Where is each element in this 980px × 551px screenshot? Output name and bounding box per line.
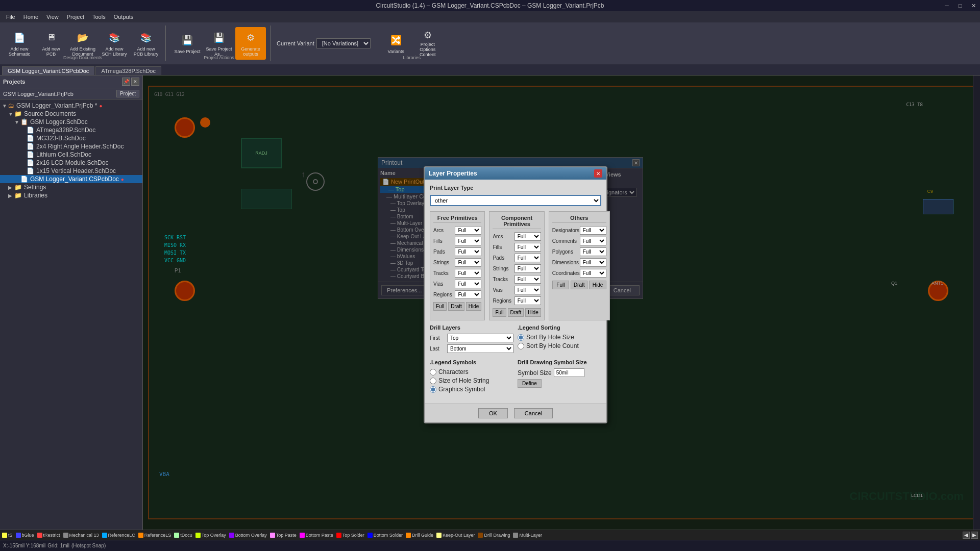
tree-item-project[interactable]: ▼ 🗂 GSM Logger_Variant.PrjPcb * ●: [0, 102, 142, 110]
tracks-free-select[interactable]: FullDraftHide: [455, 269, 481, 278]
sidebar-pin-button[interactable]: 📌: [122, 78, 130, 86]
layer-drill-drawing[interactable]: Drill Drawing: [478, 533, 510, 538]
tree-item-header[interactable]: 📄 2x4 Right Angle Header.SchDoc: [0, 142, 142, 151]
menu-file[interactable]: File: [2, 13, 19, 21]
layer-bottom-paste[interactable]: Bottom Paste: [300, 533, 333, 538]
dialog-cancel-button[interactable]: Cancel: [514, 408, 553, 418]
strings-free-select[interactable]: FullDraftHide: [455, 258, 481, 267]
tree-item-vertical-header[interactable]: 📄 1x15 Vertical Header.SchDoc: [0, 167, 142, 175]
sch-file-icon2: 📄: [27, 135, 34, 142]
free-full-button[interactable]: Full: [433, 302, 447, 311]
menu-project[interactable]: Project: [63, 13, 88, 21]
tab-schdoc[interactable]: ATmega328P.SchDoc: [95, 66, 161, 75]
define-button[interactable]: Define: [518, 379, 542, 388]
regions-free-select[interactable]: FullDraftHide: [455, 290, 481, 299]
hole-string-radio[interactable]: [430, 378, 436, 384]
characters-radio[interactable]: [430, 369, 436, 375]
comp-full-button[interactable]: Full: [493, 308, 506, 317]
vias-free-select[interactable]: FullDraftHide: [455, 280, 481, 288]
layer-top-paste-name: Top Paste: [276, 533, 297, 538]
tree-item-mg323[interactable]: 📄 MG323-B.SchDoc: [0, 134, 142, 142]
layer-bglue[interactable]: bGlue: [16, 533, 34, 538]
layer-multi-layer[interactable]: Multi-Layer: [513, 533, 542, 538]
others-hide-button[interactable]: Hide: [589, 281, 606, 289]
tree-item-lithium[interactable]: 📄 Lithium Cell.SchDoc: [0, 151, 142, 159]
dimensions-select[interactable]: FullDraftHide: [580, 258, 606, 267]
project-button[interactable]: Project: [116, 90, 139, 97]
layer-bottom-overlay[interactable]: Bottom Overlay: [229, 533, 267, 538]
menu-view[interactable]: View: [42, 13, 63, 21]
add-new-pcb-library-button[interactable]: 📚 Add new PCB Library: [131, 27, 161, 60]
layer-mech13[interactable]: Mechanical 13: [63, 533, 99, 538]
layer-top-overlay[interactable]: Top Overlay: [195, 533, 226, 538]
variant-combo[interactable]: [No Variations]: [316, 38, 371, 48]
hole-string-radio-label[interactable]: Size of Hole String: [430, 377, 513, 384]
add-new-sch-library-button[interactable]: 📚 Add new SCH Library: [99, 27, 130, 60]
layer-tdocu[interactable]: tDocu: [174, 533, 192, 538]
tree-item-libraries[interactable]: ▶ 📁 Libraries: [0, 191, 142, 199]
layer-keepout[interactable]: Keep-Out Layer: [436, 533, 475, 538]
menu-tools[interactable]: Tools: [88, 13, 110, 21]
fills-comp-select[interactable]: FullDraftHide: [514, 243, 541, 252]
others-draft-button[interactable]: Draft: [571, 281, 587, 289]
add-new-pcb-button[interactable]: 🖥 Add new PCB: [36, 27, 66, 60]
comments-select[interactable]: FullDraftHide: [580, 237, 606, 245]
layer-top-paste[interactable]: Top Paste: [270, 533, 297, 538]
regions-comp-select[interactable]: FullDraftHide: [514, 296, 541, 305]
layer-top-solder[interactable]: Top Solder: [336, 533, 364, 538]
free-draft-button[interactable]: Draft: [448, 302, 464, 311]
layer-scroll-right[interactable]: ▶: [971, 532, 978, 539]
others-full-button[interactable]: Full: [552, 281, 569, 289]
graphics-sym-radio[interactable]: [430, 386, 436, 393]
dialog-close-button[interactable]: ✕: [594, 169, 602, 178]
vias-comp-select[interactable]: FullDraftHide: [514, 286, 541, 294]
drill-first-select[interactable]: TopBottom: [447, 334, 513, 342]
tree-item-gsm-pcb[interactable]: 📄 GSM Logger_Variant.CSPcbDoc ●: [0, 175, 142, 183]
tree-item-source-docs[interactable]: ▼ 📁 Source Documents: [0, 110, 142, 118]
minimize-button[interactable]: ─: [940, 0, 953, 11]
fills-free-select[interactable]: FullDraftHide: [455, 237, 481, 245]
dialog-ok-button[interactable]: OK: [478, 408, 508, 418]
layer-drill-guide[interactable]: Drill Guide: [406, 533, 433, 538]
tree-item-gsm-logger-sch[interactable]: ▼ 📋 GSM Logger.SchDoc: [0, 118, 142, 126]
layer-refLC[interactable]: ReferenceLC: [102, 533, 135, 538]
pads-free-select[interactable]: FullDraftHide: [455, 247, 481, 256]
tree-item-lcd[interactable]: 📄 2x16 LCD Module.SchDoc: [0, 159, 142, 167]
pads-comp-select[interactable]: FullDraftHide: [514, 254, 541, 262]
layer-scroll-left[interactable]: ◀: [963, 532, 970, 539]
drill-last-select[interactable]: BottomTop: [447, 344, 513, 353]
layer-trestrict[interactable]: tRestrict: [37, 533, 60, 538]
layer-bottom-solder[interactable]: Bottom Solder: [368, 533, 403, 538]
tab-cspcbdoc[interactable]: GSM Logger_Variant.CSPcbDoc: [2, 66, 94, 75]
save-project-button[interactable]: 💾 Save Project: [172, 27, 203, 60]
arcs-comp-select[interactable]: FullDraftHide: [514, 232, 541, 241]
sort-hole-count-radio[interactable]: [518, 343, 524, 349]
maximize-button[interactable]: □: [953, 0, 967, 11]
polygons-select[interactable]: FullDraftHide: [580, 247, 606, 256]
characters-radio-label[interactable]: Characters: [430, 368, 513, 375]
layer-ts[interactable]: tS: [2, 533, 13, 538]
designators-select[interactable]: FullDraftHide: [580, 226, 606, 235]
print-layer-type-select[interactable]: other Top Overlay Bottom Overlay Top Bot…: [430, 195, 601, 206]
tree-item-settings[interactable]: ▶ 📁 Settings: [0, 183, 142, 191]
strings-comp-select[interactable]: FullDraftHide: [514, 264, 541, 273]
menu-home[interactable]: Home: [19, 13, 42, 21]
layer-refLS[interactable]: ReferenceLS: [138, 533, 172, 538]
close-button[interactable]: ✕: [967, 0, 980, 11]
sort-hole-count-radio-label[interactable]: Sort By Hole Count: [518, 342, 601, 349]
free-hide-button[interactable]: Hide: [466, 302, 482, 311]
sym-size-input[interactable]: [554, 368, 584, 377]
sort-hole-size-radio-label[interactable]: Sort By Hole Size: [518, 334, 601, 341]
generate-outputs-button[interactable]: ⚙ Generate outputs: [235, 27, 266, 60]
graphics-sym-radio-label[interactable]: Graphics Symbol: [430, 386, 513, 393]
comp-draft-button[interactable]: Draft: [508, 308, 524, 317]
sidebar-close-button[interactable]: ✕: [131, 78, 139, 86]
add-new-schematic-button[interactable]: 📄 Add new Schematic: [4, 27, 35, 60]
tree-item-atmega[interactable]: 📄 ATmega328P.SchDoc: [0, 126, 142, 134]
tracks-comp-select[interactable]: FullDraftHide: [514, 275, 541, 284]
comp-hide-button[interactable]: Hide: [525, 308, 541, 317]
menu-outputs[interactable]: Outputs: [110, 13, 138, 21]
arcs-free-select[interactable]: FullDraftHide: [455, 226, 481, 235]
coordinates-select[interactable]: FullDraftHide: [580, 269, 606, 278]
sort-hole-size-radio[interactable]: [518, 334, 524, 341]
